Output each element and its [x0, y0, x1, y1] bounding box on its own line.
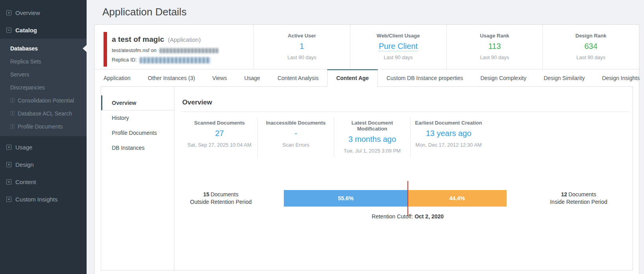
- tab-design-similarity[interactable]: Design Similarity: [535, 69, 593, 87]
- subtab-overview[interactable]: Overview: [101, 95, 174, 110]
- expand-icon: [6, 179, 11, 185]
- outside-retention-label: 15Documents Outside Retention Period: [181, 191, 260, 206]
- stat-scanned-documents: Scanned Documents 27 Sat, Sep 27, 2025 1…: [181, 117, 257, 158]
- app-header: a test of magic (Application) test/atest…: [95, 25, 639, 69]
- app-accent-bar: [104, 32, 107, 67]
- server-name-redacted: [159, 48, 218, 53]
- stat-active-user: Active User 1 Last 90 days: [254, 25, 350, 69]
- sidebar-item-label: Discrepancies: [10, 84, 45, 91]
- sidebar-item-label: Custom Insights: [15, 196, 58, 203]
- sidebar-item-label: Consolidation Potential: [18, 97, 74, 104]
- sidebar-item-catalog[interactable]: Catalog: [0, 21, 87, 39]
- sidebar-item-label: Replica Sets: [10, 58, 41, 65]
- sidebar-item-label: Usage: [15, 144, 32, 151]
- sidebar-item-usage[interactable]: Usage: [0, 138, 87, 156]
- cutoff-date: Oct 2, 2020: [415, 213, 444, 220]
- dotted-grid-icon: [10, 124, 15, 129]
- tab-application[interactable]: Application: [95, 69, 139, 87]
- tab-other-instances[interactable]: Other Instances (3): [139, 69, 204, 87]
- retention-cutoff-caption: Retention Cutoff:Oct 2, 2020: [372, 213, 444, 220]
- stat-label: Earliest Document Creation: [412, 120, 485, 126]
- app-info: a test of magic (Application) test/atest…: [95, 25, 254, 69]
- tab-usage[interactable]: Usage: [235, 69, 268, 87]
- stat-label: Active User: [254, 33, 350, 39]
- main-content: Application Details a test of magic (App…: [87, 0, 644, 274]
- outside-count: 15: [203, 191, 209, 198]
- expand-icon: [6, 162, 11, 167]
- sidebar-item-custom-insights[interactable]: Custom Insights: [0, 190, 87, 208]
- sidebar-item-replica-sets[interactable]: Replica Sets: [0, 55, 87, 68]
- stat-usage-rank: Usage Rank 113 Last 90 days: [446, 25, 543, 69]
- dotted-grid-icon: [10, 111, 15, 116]
- app-path-text: test/atestofm.nsf on: [112, 47, 156, 53]
- subtab-db-instances[interactable]: DB Instances: [101, 140, 174, 155]
- stat-value-link[interactable]: Pure Client: [379, 42, 418, 51]
- sidebar-item-label: Content: [15, 179, 36, 185]
- stat-web-client-usage: Web/Client Usage Pure Client Last 90 day…: [350, 25, 446, 69]
- stat-inaccessible-documents: Inaccessible Documents - Scan Errors: [257, 117, 334, 158]
- stat-label: Web/Client Usage: [350, 33, 446, 39]
- retention-segment-outside: 55.6%: [284, 190, 408, 207]
- stat-sub: Last 90 days: [447, 54, 543, 60]
- tab-content-wrap: Overview History Profile Documents DB In…: [95, 86, 639, 274]
- sidebar-item-label: Database ACL Search: [18, 110, 72, 117]
- tab-strip: Application Other Instances (3) Views Us…: [95, 69, 639, 87]
- stat-sub: Last 90 days: [254, 54, 350, 60]
- tab-design-complexity[interactable]: Design Complexity: [472, 69, 535, 87]
- stat-value: 113: [447, 42, 543, 51]
- inside-count: 12: [561, 191, 567, 198]
- sidebar-item-databases[interactable]: Databases: [0, 42, 87, 55]
- tab-views[interactable]: Views: [204, 69, 235, 87]
- retention-cutoff-line: [407, 181, 408, 216]
- overview-content: Overview Scanned Documents 27 Sat, Sep 2…: [174, 87, 633, 270]
- stat-sub: Tue, Jul 1, 2025 3:09 PM: [336, 148, 409, 154]
- cutoff-label: Retention Cutoff:: [372, 213, 413, 220]
- sidebar-item-discrepancies[interactable]: Discrepancies: [0, 81, 87, 94]
- application-details-card: a test of magic (Application) test/atest…: [94, 24, 639, 274]
- sidebar-item-consolidation-potential[interactable]: Consolidation Potential: [0, 94, 87, 107]
- stat-label: Usage Rank: [447, 33, 543, 39]
- subnav: Overview History Profile Documents DB In…: [101, 87, 174, 270]
- sidebar-item-content[interactable]: Content: [0, 173, 87, 190]
- sidebar-item-label: Databases: [10, 45, 38, 52]
- stat-sub: Last 90 days: [350, 54, 446, 60]
- replica-id-label: Replica ID:: [112, 57, 137, 63]
- heading-rule: [181, 112, 629, 112]
- sidebar-item-overview[interactable]: Overview: [0, 4, 87, 21]
- expand-icon: [6, 10, 11, 15]
- stat-value: 1: [254, 42, 350, 51]
- stat-value: 13 years ago: [412, 129, 485, 138]
- stat-design-rank: Design Rank 634 Last 90 days: [542, 25, 639, 69]
- app-title: a test of magic: [112, 35, 164, 43]
- inside-sub-label: Inside Retention Period: [545, 198, 612, 206]
- catalog-submenu: Databases Replica Sets Servers Discrepan…: [0, 39, 87, 136]
- sidebar-item-servers[interactable]: Servers: [0, 68, 87, 81]
- sidebar-item-database-acl-search[interactable]: Database ACL Search: [0, 107, 87, 120]
- sidebar-item-design[interactable]: Design: [0, 156, 87, 173]
- page-title: Application Details: [87, 0, 644, 24]
- tab-content-age[interactable]: Content Age: [327, 69, 378, 87]
- tab-custom-db-instance-properties[interactable]: Custom DB Instance properties: [378, 69, 472, 87]
- tab-design-insights[interactable]: Design Insights: [593, 69, 644, 87]
- tab-content-analysis[interactable]: Content Analysis: [269, 69, 327, 87]
- stat-value: -: [259, 129, 332, 138]
- inside-percent-label: 44.4%: [449, 195, 465, 201]
- stat-sub: Sat, Sep 27, 2025 10:04 AM: [183, 142, 256, 148]
- stat-earliest-creation: Earliest Document Creation 13 years ago …: [410, 117, 487, 158]
- app-path-line: test/atestofm.nsf on: [112, 47, 218, 53]
- sidebar-item-label: Overview: [15, 9, 40, 16]
- stat-sub: Last 90 days: [543, 54, 639, 60]
- sidebar-item-label: Design: [15, 161, 34, 168]
- stat-value: 27: [183, 129, 256, 138]
- inside-docs-word: Documents: [568, 191, 596, 198]
- stat-label: Scanned Documents: [183, 120, 256, 126]
- retention-bar: 55.6% 44.4% Retention Cutoff:Oct 2, 2020: [284, 190, 507, 207]
- subtab-profile-documents[interactable]: Profile Documents: [101, 125, 174, 140]
- stat-label: Design Rank: [543, 33, 639, 39]
- stat-label: Inaccessible Documents: [259, 120, 332, 126]
- sidebar: Overview Catalog Databases Replica Sets …: [0, 0, 87, 274]
- subtab-history[interactable]: History: [101, 110, 174, 125]
- active-item-arrow: [83, 45, 87, 52]
- sidebar-item-profile-documents[interactable]: Profile Documents: [0, 120, 87, 133]
- retention-segment-inside: 44.4%: [408, 190, 507, 207]
